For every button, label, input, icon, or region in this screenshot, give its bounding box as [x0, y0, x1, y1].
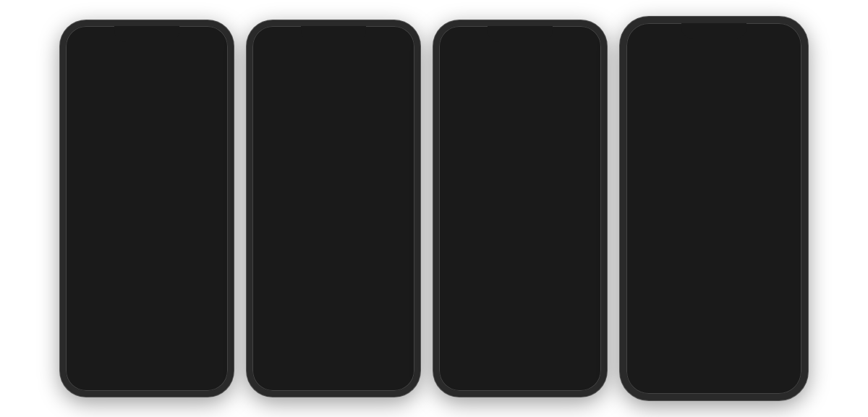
- alert-actions-3: Cancel Remove: [455, 237, 585, 264]
- phone-screen-2: 9:41 ●●●▲🔋 ‹ 👥 BFFs ❤️❤️❤️ 📞 📷 9:30 AM T…: [252, 26, 414, 391]
- alert-cancel-btn[interactable]: Cancel: [455, 238, 521, 264]
- bubble-hailey-4: Yeah, me too: [656, 195, 717, 215]
- bubble-alice-4: Huh? I think that was meant for Andy, no…: [656, 244, 757, 285]
- camera-icon-4[interactable]: 📷: [645, 381, 658, 392]
- header-actions-3: 📞 📷: [559, 49, 594, 62]
- remove-for-you-btn[interactable]: Remove for You: [258, 313, 409, 342]
- call-icon-4[interactable]: 📞: [757, 47, 772, 62]
- msg-sent-p4: Whoops! Yeah, sorry. Wrong chat. Let's m…: [634, 290, 794, 341]
- call-icon-3[interactable]: 📞: [559, 49, 573, 62]
- msg-tanvi-1: T Hey everybody – what's the plan for di…: [73, 101, 221, 143]
- phone-screen-1: 9:41 ●●●▲🔋 ‹ 👥 BFFs ❤️❤️❤️ 📞 📷 9:30 AM T…: [66, 26, 228, 391]
- copy-button[interactable]: Copy: [77, 339, 96, 348]
- messages-area-3: 9:30 AM Tanvi T Hey everybody – what's t…: [439, 72, 601, 354]
- group-avatar-1: 👥: [81, 43, 104, 67]
- action-sheet-title: Who do you want to remove this message f…: [258, 258, 409, 274]
- msg-sent-1: Hi honey! Meeting the girls for dinner. …: [73, 238, 221, 279]
- bottom-toolbar-1: Copy Remove Forward Translate: [66, 332, 228, 353]
- photo-icon-3[interactable]: 📷: [458, 361, 470, 373]
- msg-alice-4: A Huh? I think that was meant for Andy, …: [634, 244, 794, 285]
- alert-message-3: You'll permanently remove this message f…: [465, 190, 575, 230]
- message-input-3[interactable]: Aa: [491, 359, 579, 375]
- group-avatar-3: 👥: [454, 43, 477, 67]
- msg-alice-4-2: A Tell Andy hi -- see all of you soon! 🚗: [634, 357, 794, 374]
- status-bar-4: 9:41 ●●●▲🔋: [626, 23, 801, 38]
- messages-area-1: 9:30 AM Tanvi T Hey everybody – what's t…: [66, 72, 228, 332]
- messages-area-4: 9:30 AM Tanvi T Hey everybody – what's t…: [626, 73, 801, 374]
- sender-alice-4-2: Alice: [655, 346, 794, 353]
- phone-screen-3: 9:41 ●●●▲🔋 ‹ 👥 BFFs ❤️❤️❤️ 📞 📷 9:30 AM T…: [439, 26, 601, 391]
- sender-tanvi-1: Tanvi: [93, 90, 221, 98]
- mic-icon-3[interactable]: 🎤: [475, 361, 487, 373]
- sender-alice-1: Alice: [93, 284, 221, 291]
- bubble-sent-1: Hi honey! Meeting the girls for dinner. …: [119, 238, 221, 279]
- back-button-4[interactable]: ‹: [634, 48, 637, 61]
- chat-header-4: ‹ 👥 BFFs ❤️❤️❤️ 📞 📷: [626, 38, 801, 73]
- removed-message-indicator: You removed a message: [634, 221, 794, 229]
- bubble-rachel-4: I'm starving!: [656, 159, 713, 180]
- avatar-hailey-4: H: [634, 196, 652, 215]
- like-icon-4[interactable]: 👍: [781, 380, 796, 394]
- msg-hailey-4: H Yeah, me too: [634, 195, 794, 215]
- bubble-alice-4-2: Tell Andy hi -- see all of you soon! 🚗: [656, 357, 757, 374]
- msg-rachel-1: R I'm starving!: [73, 158, 221, 178]
- video-icon-1[interactable]: 📷: [207, 49, 221, 62]
- bubble-alice-1: Huh? I think that was meant for Andy, no…: [93, 295, 194, 332]
- input-bar-3: ⊞ 📷 🎤 Aa 👍: [439, 354, 601, 379]
- remove-for-everyone-btn[interactable]: Remove for Everyone: [258, 277, 409, 306]
- bubble-tanvi-1: Hey everybody – what's the plan for dinn…: [93, 101, 194, 143]
- sender-alice-4: Alice: [655, 233, 794, 240]
- translate-button[interactable]: Translate: [183, 339, 216, 348]
- video-icon-3[interactable]: 📷: [580, 49, 594, 62]
- phone-2: 9:41 ●●●▲🔋 ‹ 👥 BFFs ❤️❤️❤️ 📞 📷 9:30 AM T…: [247, 20, 420, 397]
- chat-header-1: ‹ 👥 BFFs ❤️❤️❤️ 📞 📷: [66, 41, 228, 72]
- phone-1: 9:41 ●●●▲🔋 ‹ 👥 BFFs ❤️❤️❤️ 📞 📷 9:30 AM T…: [60, 20, 234, 397]
- status-time-1: 9:41: [76, 30, 92, 39]
- alert-content-3: Remove for Everyone? You'll permanently …: [455, 163, 585, 237]
- avatar-rachel-1: R: [73, 162, 89, 178]
- avatar-alice-1: A: [73, 320, 89, 332]
- phone-3: 9:41 ●●●▲🔋 ‹ 👥 BFFs ❤️❤️❤️ 📞 📷 9:30 AM T…: [433, 20, 607, 397]
- grid-icon-4[interactable]: ⊞: [632, 381, 641, 392]
- msg-rachel-4: R I'm starving!: [634, 159, 794, 180]
- emoji-icon-4[interactable]: 😊: [762, 380, 777, 394]
- status-bar-1: 9:41 ●●●▲🔋: [66, 26, 228, 41]
- forward-button[interactable]: Forward: [145, 339, 174, 348]
- alert-remove-btn[interactable]: Remove: [521, 238, 586, 264]
- sender-hailey-1: Hailey: [93, 182, 221, 190]
- timestamp-1: 9:30 AM: [73, 79, 221, 86]
- chat-title-1: BFFs ❤️❤️❤️: [109, 50, 182, 61]
- phone-screen-4: 9:41 ●●●▲🔋 ‹ 👥 BFFs ❤️❤️❤️ 📞 📷 9:30 AM T…: [626, 23, 801, 394]
- mic-icon-4[interactable]: 🎤: [662, 381, 674, 392]
- camera-icon-3[interactable]: ⊞: [445, 361, 454, 373]
- call-icon-1[interactable]: 📞: [186, 49, 200, 62]
- remove-button[interactable]: Remove: [106, 339, 135, 348]
- sender-hailey-4: Hailey: [655, 184, 794, 191]
- back-button-3[interactable]: ‹: [446, 49, 450, 62]
- alert-overlay-3: Remove for Everyone? You'll permanently …: [439, 72, 601, 354]
- input-icons-3: ⊞ 📷 🎤: [445, 361, 487, 373]
- msg-tanvi-4: T Hey everybody – what's the plan for di…: [634, 103, 794, 144]
- sender-rachel-1: Rachel: [93, 147, 221, 154]
- back-button-1[interactable]: ‹: [73, 49, 77, 62]
- message-input-4[interactable]: Aa: [678, 379, 758, 394]
- cancel-action-btn[interactable]: Cancel: [258, 353, 409, 382]
- divider-1: [258, 309, 409, 310]
- phone-4: 9:41 ●●●▲🔋 ‹ 👥 BFFs ❤️❤️❤️ 📞 📷 9:30 AM T…: [620, 17, 808, 400]
- chat-title-4: BFFs ❤️❤️❤️: [673, 48, 752, 61]
- action-sheet-2[interactable]: Who do you want to remove this message f…: [252, 26, 414, 391]
- sender-tanvi-4: Tanvi: [655, 92, 794, 99]
- chat-header-3: ‹ 👥 BFFs ❤️❤️❤️ 📞 📷: [439, 41, 601, 72]
- status-icons-4: ●●●▲🔋: [761, 28, 791, 35]
- bubble-tanvi-4: Hey everybody – what's the plan for dinn…: [656, 103, 757, 144]
- alert-box-3: Remove for Everyone? You'll permanently …: [455, 163, 585, 264]
- phones-container: 9:41 ●●●▲🔋 ‹ 👥 BFFs ❤️❤️❤️ 📞 📷 9:30 AM T…: [46, 2, 822, 415]
- video-icon-4[interactable]: 📷: [779, 47, 794, 62]
- alert-title-3: Remove for Everyone?: [465, 174, 575, 185]
- avatar-alice-4: A: [634, 266, 652, 285]
- avatar-hailey-1: H: [73, 198, 89, 214]
- like-icon-3[interactable]: 👍: [583, 361, 595, 373]
- avatar-alice-4-2: A: [634, 368, 652, 374]
- chat-title-3: BFFs ❤️❤️❤️: [482, 50, 555, 61]
- status-icons-3: ●●●▲🔋: [561, 31, 591, 38]
